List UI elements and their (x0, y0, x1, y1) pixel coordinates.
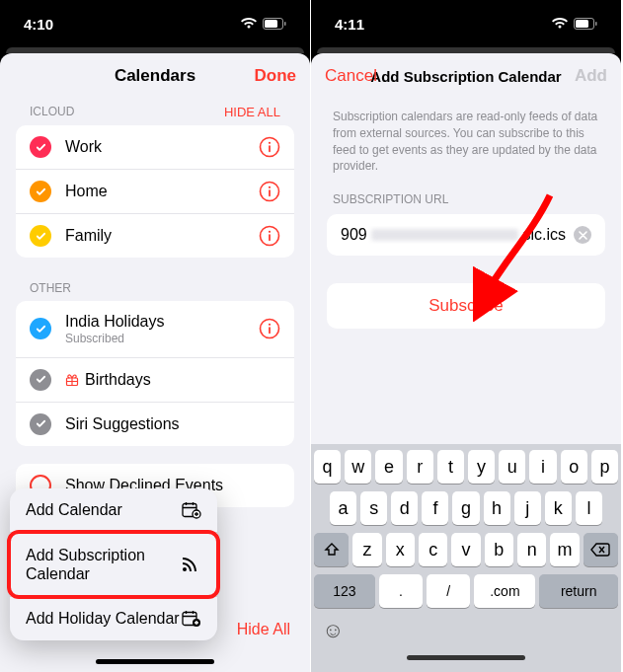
check-icon (30, 181, 51, 202)
wifi-icon (241, 18, 257, 30)
key-q[interactable]: q (314, 450, 341, 484)
section-label: OTHER (30, 281, 71, 295)
other-list: India Holidays Subscribed Birthdays Siri… (16, 301, 294, 446)
key-slash[interactable]: / (427, 574, 470, 608)
menu-add-calendar[interactable]: Add Calendar (10, 488, 217, 533)
calendar-row-work[interactable]: Work (16, 125, 294, 170)
key-y[interactable]: y (468, 450, 495, 484)
phone-right: 4:11 Cancel Add Subscription Calendar Ad… (311, 0, 622, 672)
svg-rect-8 (269, 189, 271, 196)
info-icon[interactable] (259, 136, 280, 158)
calendar-sublabel: Subscribed (65, 332, 249, 345)
key-w[interactable]: w (345, 450, 371, 484)
calendar-label: Work (65, 137, 249, 156)
key-i[interactable]: i (529, 450, 556, 484)
key-z[interactable]: z (352, 533, 381, 566)
key-j[interactable]: j (514, 491, 541, 525)
home-indicator[interactable] (96, 659, 214, 664)
keyboard-footer: ☺ (314, 614, 618, 647)
calendar-row-siri[interactable]: Siri Suggestions (16, 403, 294, 446)
info-icon[interactable] (259, 318, 280, 339)
status-indicators (552, 18, 597, 30)
clear-icon[interactable] (574, 226, 591, 244)
key-g[interactable]: g (452, 491, 479, 525)
add-button[interactable]: Add (575, 66, 607, 86)
check-icon (30, 369, 51, 391)
svg-point-13 (269, 324, 271, 326)
svg-point-10 (269, 231, 271, 233)
check-icon (30, 413, 51, 435)
key-b[interactable]: b (485, 533, 513, 566)
key-s[interactable]: s (360, 491, 387, 525)
calendar-plus-icon (182, 501, 201, 519)
calendar-label: Siri Suggestions (65, 414, 280, 433)
hide-all-link[interactable]: Hide All (237, 621, 290, 638)
key-backspace[interactable] (584, 533, 618, 566)
svg-rect-14 (269, 327, 271, 334)
nav-bar: Calendars Done (0, 53, 310, 99)
key-p[interactable]: p (591, 450, 618, 484)
key-a[interactable]: a (330, 491, 356, 525)
info-icon[interactable] (259, 181, 280, 202)
key-r[interactable]: r (407, 450, 433, 484)
nav-title: Calendars (115, 66, 195, 86)
key-h[interactable]: h (484, 491, 510, 525)
add-menu: Add Calendar Add Subscription Calendar A… (10, 488, 217, 640)
calendar-row-birthdays[interactable]: Birthdays (16, 358, 294, 403)
key-com[interactable]: .com (474, 574, 535, 608)
svg-point-4 (269, 142, 271, 144)
key-x[interactable]: x (386, 533, 415, 566)
keyboard-row-1: q w e r t y u i o p (314, 450, 618, 484)
key-u[interactable]: u (499, 450, 525, 484)
key-123[interactable]: 123 (314, 574, 375, 608)
calendar-row-india-holidays[interactable]: India Holidays Subscribed (16, 301, 294, 358)
calendar-add-icon (182, 610, 201, 628)
key-return[interactable]: return (539, 574, 618, 608)
calendar-label: Home (65, 182, 249, 200)
subscribe-button[interactable]: Subscribe (327, 283, 605, 329)
status-time: 4:11 (335, 16, 364, 33)
status-time: 4:10 (24, 16, 53, 33)
key-m[interactable]: m (550, 533, 579, 566)
menu-add-subscription[interactable]: Add Subscription Calendar (10, 533, 217, 597)
menu-add-holiday[interactable]: Add Holiday Calendar (10, 597, 217, 640)
svg-rect-1 (265, 20, 277, 28)
emoji-button[interactable]: ☺ (322, 618, 344, 643)
key-k[interactable]: k (545, 491, 572, 525)
calendar-row-family[interactable]: Family (16, 214, 294, 258)
url-suffix: sic.ics (522, 226, 566, 244)
section-header-icloud: ICLOUD HIDE ALL (0, 99, 310, 125)
key-e[interactable]: e (375, 450, 402, 484)
keyboard-row-4: 123 . / .com return (314, 574, 618, 608)
info-icon[interactable] (259, 225, 280, 247)
cancel-button[interactable]: Cancel (325, 66, 377, 86)
key-v[interactable]: v (451, 533, 480, 566)
key-c[interactable]: c (419, 533, 447, 566)
status-bar: 4:11 (311, 0, 621, 47)
gift-icon (65, 373, 79, 387)
nav-bar: Cancel Add Subscription Calendar Add (311, 53, 621, 99)
keyboard: q w e r t y u i o p a s d f g h j k l (311, 444, 621, 672)
description-text: Subscription calendars are read-only fee… (311, 99, 621, 192)
done-button[interactable]: Done (255, 66, 297, 86)
key-l[interactable]: l (576, 491, 602, 525)
check-icon (30, 136, 51, 158)
key-dot[interactable]: . (379, 574, 423, 608)
home-indicator[interactable] (407, 655, 525, 660)
calendar-row-home[interactable]: Home (16, 170, 294, 214)
phone-left: 4:10 Calendars Done ICLOUD HIDE ALL Work… (0, 0, 311, 672)
calendars-sheet: Calendars Done ICLOUD HIDE ALL Work Home… (0, 53, 310, 672)
key-o[interactable]: o (561, 450, 587, 484)
subscription-icon (182, 557, 201, 572)
key-shift[interactable] (314, 533, 349, 566)
status-indicators (241, 18, 286, 30)
calendar-label: Birthdays (65, 370, 280, 389)
url-input[interactable]: 909 sic.ics (327, 214, 605, 256)
hide-all-link[interactable]: HIDE ALL (224, 105, 280, 119)
svg-point-7 (269, 187, 271, 188)
svg-rect-23 (595, 22, 597, 26)
key-t[interactable]: t (437, 450, 464, 484)
key-d[interactable]: d (391, 491, 418, 525)
key-n[interactable]: n (517, 533, 546, 566)
key-f[interactable]: f (422, 491, 448, 525)
